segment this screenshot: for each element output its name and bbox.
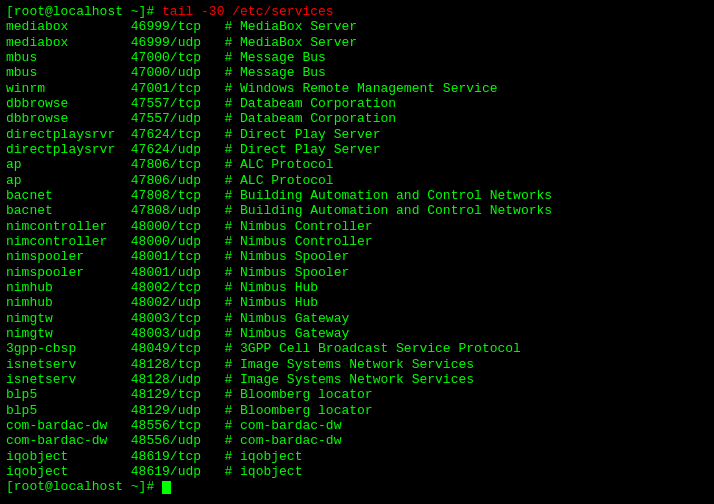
output-row: com-bardac-dw 48556/udp # com-bardac-dw [6, 433, 708, 448]
output-row: isnetserv 48128/tcp # Image Systems Netw… [6, 357, 708, 372]
output-row: directplaysrvr 47624/udp # Direct Play S… [6, 142, 708, 157]
output-lines: mediabox 46999/tcp # MediaBox Servermedi… [6, 19, 708, 479]
output-row: bacnet 47808/udp # Building Automation a… [6, 203, 708, 218]
output-row: mediabox 46999/tcp # MediaBox Server [6, 19, 708, 34]
command-text: tail -30 /etc/services [162, 4, 334, 19]
output-row: nimcontroller 48000/tcp # Nimbus Control… [6, 219, 708, 234]
final-prompt: [root@localhost ~]# [6, 479, 162, 494]
output-row: com-bardac-dw 48556/tcp # com-bardac-dw [6, 418, 708, 433]
output-row: isnetserv 48128/udp # Image Systems Netw… [6, 372, 708, 387]
cursor [162, 481, 171, 494]
output-row: nimhub 48002/udp # Nimbus Hub [6, 295, 708, 310]
output-row: nimspooler 48001/udp # Nimbus Spooler [6, 265, 708, 280]
output-row: bacnet 47808/tcp # Building Automation a… [6, 188, 708, 203]
output-row: directplaysrvr 47624/tcp # Direct Play S… [6, 127, 708, 142]
output-row: nimspooler 48001/tcp # Nimbus Spooler [6, 249, 708, 264]
output-row: 3gpp-cbsp 48049/tcp # 3GPP Cell Broadcas… [6, 341, 708, 356]
output-row: nimgtw 48003/udp # Nimbus Gateway [6, 326, 708, 341]
output-row: winrm 47001/tcp # Windows Remote Managem… [6, 81, 708, 96]
final-prompt-line: [root@localhost ~]# [6, 479, 708, 494]
prompt: [root@localhost ~]# [6, 4, 162, 19]
output-row: ap 47806/udp # ALC Protocol [6, 173, 708, 188]
output-row: dbbrowse 47557/tcp # Databeam Corporatio… [6, 96, 708, 111]
output-row: iqobject 48619/tcp # iqobject [6, 449, 708, 464]
terminal: [root@localhost ~]# tail -30 /etc/servic… [0, 0, 714, 504]
output-row: nimcontroller 48000/udp # Nimbus Control… [6, 234, 708, 249]
output-row: nimhub 48002/tcp # Nimbus Hub [6, 280, 708, 295]
output-row: ap 47806/tcp # ALC Protocol [6, 157, 708, 172]
output-row: blp5 48129/tcp # Bloomberg locator [6, 387, 708, 402]
output-row: nimgtw 48003/tcp # Nimbus Gateway [6, 311, 708, 326]
output-row: mediabox 46999/udp # MediaBox Server [6, 35, 708, 50]
output-row: mbus 47000/udp # Message Bus [6, 65, 708, 80]
output-row: mbus 47000/tcp # Message Bus [6, 50, 708, 65]
output-row: iqobject 48619/udp # iqobject [6, 464, 708, 479]
output-row: blp5 48129/udp # Bloomberg locator [6, 403, 708, 418]
command-line: [root@localhost ~]# tail -30 /etc/servic… [6, 4, 708, 19]
output-row: dbbrowse 47557/udp # Databeam Corporatio… [6, 111, 708, 126]
